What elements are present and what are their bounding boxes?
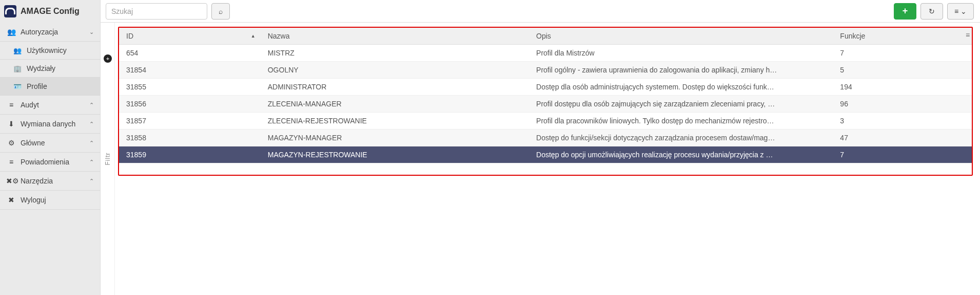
- table-row[interactable]: 31854OGOLNYProfil ogólny - zawiera upraw…: [119, 62, 972, 79]
- profiles-table: ID▲ Nazwa Opis Funkcje 654MISTRZProfil d…: [119, 28, 972, 163]
- cell-name: OGOLNY: [261, 62, 529, 79]
- sidebar-group-label: Główne: [21, 139, 45, 147]
- cell-desc: Profil dostępu dla osób zajmujących się …: [529, 96, 833, 113]
- add-filter-button[interactable]: +: [104, 54, 112, 63]
- sidebar-item-icon: 🪪: [12, 83, 23, 90]
- add-button[interactable]: +: [894, 3, 916, 20]
- sidebar-group-wyloguj[interactable]: ✖Wyloguj: [0, 191, 100, 210]
- sidebar-group-icon: 👥: [6, 28, 16, 36]
- table-row[interactable]: 31857ZLECENIA-REJESTROWANIEProfil dla pr…: [119, 113, 972, 130]
- sidebar-item-icon: 🏢: [12, 65, 23, 72]
- search-input[interactable]: [106, 3, 207, 20]
- sidebar-group-icon: ⬇: [6, 120, 16, 128]
- sidebar-group-powiadomienia[interactable]: ≡Powiadomienia⌃: [0, 153, 100, 172]
- cell-id: 31856: [119, 96, 261, 113]
- cell-id: 31854: [119, 62, 261, 79]
- sidebar-item-użytkownicy[interactable]: 👥Użytkownicy: [0, 42, 100, 60]
- filter-rail-label: Filtr: [104, 153, 111, 165]
- chevron-up-icon: ⌃: [89, 102, 94, 108]
- chevron-up-icon: ⌃: [89, 159, 94, 165]
- sidebar-item-label: Wydziały: [27, 64, 55, 72]
- refresh-icon: ↻: [929, 7, 935, 15]
- column-header-desc[interactable]: Opis: [529, 28, 833, 45]
- cell-func: 96: [833, 96, 972, 113]
- cell-name: MISTRZ: [261, 45, 529, 62]
- cell-func: 47: [833, 130, 972, 146]
- refresh-button[interactable]: ↻: [920, 3, 943, 20]
- column-header-name[interactable]: Nazwa: [261, 28, 529, 45]
- sidebar-group-autoryzacja[interactable]: 👥Autoryzacja⌄: [0, 23, 100, 42]
- cell-desc: Profil ogólny - zawiera uprawnienia do z…: [529, 62, 833, 79]
- chevron-down-icon: ⌄: [961, 7, 967, 15]
- cell-id: 31858: [119, 130, 261, 146]
- sidebar: 👥Autoryzacja⌄👥Użytkownicy🏢Wydziały🪪Profi…: [0, 23, 101, 295]
- sidebar-group-label: Powiadomienia: [21, 158, 69, 166]
- sidebar-group-wymiana-danych[interactable]: ⬇Wymiana danych⌃: [0, 115, 100, 134]
- sidebar-item-icon: 👥: [12, 47, 23, 54]
- cell-id: 31855: [119, 79, 261, 96]
- column-header-func[interactable]: Funkcje: [833, 28, 972, 45]
- cell-name: ZLECENIA-MANAGER: [261, 96, 529, 113]
- table-row[interactable]: 31856ZLECENIA-MANAGERProfil dostępu dla …: [119, 96, 972, 113]
- cell-name: ADMINISTRATOR: [261, 79, 529, 96]
- cell-desc: Profil dla pracowników liniowych. Tylko …: [529, 113, 833, 130]
- sidebar-item-wydziały[interactable]: 🏢Wydziały: [0, 60, 100, 78]
- sidebar-group-icon: ✖: [6, 196, 16, 204]
- sidebar-group-narzędzia[interactable]: ✖⚙Narzędzia⌃: [0, 172, 100, 191]
- table-row[interactable]: 31859MAGAZYN-REJESTROWANIEDostęp do opcj…: [119, 146, 972, 163]
- cell-func: 5: [833, 62, 972, 79]
- sidebar-item-label: Profile: [27, 82, 47, 90]
- sidebar-group-label: Autoryzacja: [21, 28, 58, 36]
- cell-func: 7: [833, 45, 972, 62]
- cell-desc: Profil dla Mistrzów: [529, 45, 833, 62]
- table-row[interactable]: 654MISTRZProfil dla Mistrzów7: [119, 45, 972, 62]
- sidebar-item-profile[interactable]: 🪪Profile: [0, 78, 100, 96]
- cell-func: 194: [833, 79, 972, 96]
- grid-column-menu-icon[interactable]: ≡: [966, 31, 973, 38]
- sidebar-group-label: Audyt: [21, 101, 39, 109]
- cell-id: 31859: [119, 146, 261, 163]
- brand-area: AMAGE Config: [0, 0, 101, 23]
- cell-id: 654: [119, 45, 261, 62]
- sidebar-group-icon: ✖⚙: [6, 177, 16, 185]
- search-button[interactable]: ⌕: [211, 3, 230, 20]
- sidebar-group-icon: ≡: [6, 158, 16, 166]
- column-header-id[interactable]: ID▲: [119, 28, 261, 45]
- hamburger-menu-button[interactable]: ≡ ⌄: [947, 3, 974, 20]
- menu-icon: ≡: [954, 7, 958, 15]
- chevron-up-icon: ⌃: [89, 178, 94, 185]
- cell-name: ZLECENIA-REJESTROWANIE: [261, 113, 529, 130]
- table-row[interactable]: 31858MAGAZYN-MANAGERDostęp do funkcji/se…: [119, 130, 972, 146]
- table-row[interactable]: 31855ADMINISTRATORDostęp dla osób admini…: [119, 79, 972, 96]
- cell-desc: Dostęp dla osób administrujących systeme…: [529, 79, 833, 96]
- sidebar-item-label: Użytkownicy: [27, 46, 67, 54]
- plus-icon: +: [903, 6, 908, 16]
- chevron-up-icon: ⌃: [89, 121, 94, 127]
- sidebar-group-label: Narzędzia: [21, 177, 53, 185]
- cell-id: 31857: [119, 113, 261, 130]
- cell-func: 7: [833, 146, 972, 163]
- sidebar-group-icon: ⚙: [6, 139, 16, 147]
- sidebar-group-icon: ≡: [6, 101, 16, 109]
- sidebar-group-label: Wymiana danych: [21, 120, 75, 128]
- sidebar-group-label: Wyloguj: [21, 196, 46, 204]
- sidebar-group-główne[interactable]: ⚙Główne⌃: [0, 134, 100, 153]
- cell-desc: Dostęp do opcji umożliwiających realizac…: [529, 146, 833, 163]
- brand-title: AMAGE Config: [21, 7, 80, 16]
- cell-desc: Dostęp do funkcji/sekcji dotyczących zar…: [529, 130, 833, 146]
- cell-name: MAGAZYN-MANAGER: [261, 130, 529, 146]
- filter-rail[interactable]: + Filtr: [101, 23, 115, 295]
- profiles-table-highlight: ID▲ Nazwa Opis Funkcje 654MISTRZProfil d…: [118, 27, 973, 176]
- chevron-up-icon: ⌃: [89, 140, 94, 146]
- cell-name: MAGAZYN-REJESTROWANIE: [261, 146, 529, 163]
- cell-func: 3: [833, 113, 972, 130]
- brand-logo-icon: [4, 5, 16, 17]
- chevron-down-icon: ⌄: [89, 29, 94, 35]
- search-icon: ⌕: [219, 7, 223, 15]
- sort-asc-icon: ▲: [251, 33, 256, 39]
- sidebar-group-audyt[interactable]: ≡Audyt⌃: [0, 96, 100, 115]
